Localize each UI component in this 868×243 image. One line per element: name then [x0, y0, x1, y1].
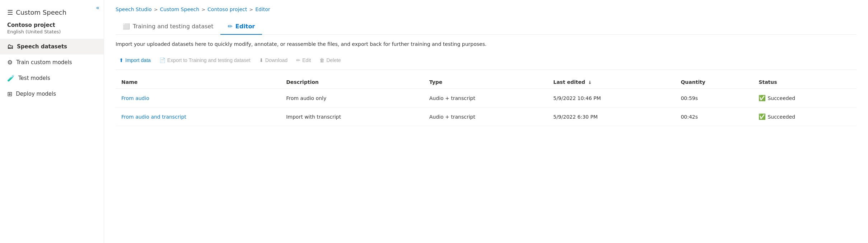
menu-icon: ☰	[7, 9, 13, 16]
export-button[interactable]: 📄 Export to Training and testing dataset	[156, 55, 254, 65]
sidebar-item-test-models[interactable]: 🧪 Test models	[0, 70, 104, 86]
test-models-icon: 🧪	[7, 75, 15, 82]
cell-type: Audio + transcript	[424, 89, 547, 108]
sidebar: « ☰ Custom Speech Contoso project Englis…	[0, 0, 104, 243]
deploy-models-icon: ⊞	[7, 90, 12, 97]
col-header-type: Type	[424, 76, 547, 89]
cell-quantity: 00:59s	[675, 89, 753, 108]
sidebar-item-speech-datasets[interactable]: 🗂 Speech datasets	[0, 39, 104, 54]
success-icon: ✅	[759, 113, 766, 120]
delete-icon: 🗑	[319, 57, 325, 63]
sort-icon: ↓	[588, 80, 592, 85]
sidebar-app-name: Custom Speech	[16, 9, 66, 16]
delete-button[interactable]: 🗑 Delete	[316, 55, 344, 65]
cell-description: Import with transcript	[280, 108, 424, 126]
speech-datasets-icon: 🗂	[7, 43, 13, 50]
success-icon: ✅	[759, 95, 766, 101]
sidebar-item-train-custom-models[interactable]: ⚙ Train custom models	[0, 54, 104, 70]
table-header-row: Name Description Type Last edited ↓ Quan…	[116, 76, 857, 89]
status-succeeded: ✅ Succeeded	[759, 113, 851, 120]
dataset-tab-icon: ⬜	[123, 23, 130, 30]
status-label: Succeeded	[767, 95, 795, 101]
download-label: Download	[265, 57, 288, 63]
breadcrumb: Speech Studio > Custom Speech > Contoso …	[116, 0, 857, 19]
row-name-link[interactable]: From audio and transcript	[121, 114, 186, 120]
export-label: Export to Training and testing dataset	[167, 57, 251, 63]
cell-status: ✅ Succeeded	[753, 108, 857, 126]
sidebar-item-deploy-models[interactable]: ⊞ Deploy models	[0, 86, 104, 102]
cell-description: From audio only	[280, 89, 424, 108]
tabs-row: ⬜ Training and testing dataset ✏ Editor	[116, 19, 857, 35]
status-label: Succeeded	[767, 114, 795, 120]
cell-name: From audio and transcript	[116, 108, 280, 126]
tab-editor[interactable]: ✏ Editor	[220, 19, 262, 35]
table-row: From audio and transcript Import with tr…	[116, 108, 857, 126]
import-data-label: Import data	[125, 57, 151, 63]
breadcrumb-sep-1: >	[154, 7, 158, 12]
import-data-button[interactable]: ⬆ Import data	[116, 55, 154, 65]
train-models-icon: ⚙	[7, 59, 13, 66]
cell-last-edited: 5/9/2022 10:46 PM	[547, 89, 675, 108]
tab-label: Training and testing dataset	[133, 23, 213, 30]
toolbar: ⬆ Import data 📄 Export to Training and t…	[116, 55, 857, 70]
cell-status: ✅ Succeeded	[753, 89, 857, 108]
sidebar-project-lang: English (United States)	[0, 29, 104, 39]
download-icon: ⬇	[259, 57, 263, 63]
sidebar-title: ☰ Custom Speech	[0, 4, 104, 22]
sidebar-item-label: Deploy models	[16, 91, 56, 97]
breadcrumb-speech-studio[interactable]: Speech Studio	[116, 6, 152, 12]
import-icon: ⬆	[119, 57, 123, 63]
sidebar-item-label: Train custom models	[16, 59, 72, 66]
cell-type: Audio + transcript	[424, 108, 547, 126]
breadcrumb-sep-3: >	[249, 7, 253, 12]
breadcrumb-custom-speech[interactable]: Custom Speech	[160, 6, 200, 12]
cell-name: From audio	[116, 89, 280, 108]
download-button[interactable]: ⬇ Download	[256, 55, 291, 65]
row-name-link[interactable]: From audio	[121, 95, 149, 101]
edit-label: Edit	[302, 57, 311, 63]
breadcrumb-contoso-project[interactable]: Contoso project	[207, 6, 247, 12]
col-header-status: Status	[753, 76, 857, 89]
edit-button[interactable]: ✏ Edit	[293, 55, 314, 65]
sidebar-project-name: Contoso project	[0, 22, 104, 29]
sidebar-item-label: Test models	[18, 75, 50, 81]
cell-quantity: 00:42s	[675, 108, 753, 126]
breadcrumb-editor[interactable]: Editor	[255, 6, 270, 12]
data-table: Name Description Type Last edited ↓ Quan…	[116, 76, 857, 126]
main-content: Speech Studio > Custom Speech > Contoso …	[104, 0, 868, 243]
description-text: Import your uploaded datasets here to qu…	[116, 40, 857, 48]
breadcrumb-sep-2: >	[201, 7, 205, 12]
col-header-name: Name	[116, 76, 280, 89]
col-header-quantity: Quantity	[675, 76, 753, 89]
status-succeeded: ✅ Succeeded	[759, 95, 851, 101]
delete-label: Delete	[326, 57, 341, 63]
edit-icon: ✏	[296, 57, 300, 63]
export-icon: 📄	[159, 57, 165, 63]
cell-last-edited: 5/9/2022 6:30 PM	[547, 108, 675, 126]
sidebar-item-label: Speech datasets	[17, 43, 67, 50]
table-row: From audio From audio only Audio + trans…	[116, 89, 857, 108]
editor-tab-icon: ✏	[228, 23, 232, 30]
collapse-icon[interactable]: «	[96, 4, 99, 11]
tab-training-testing-dataset[interactable]: ⬜ Training and testing dataset	[116, 19, 220, 35]
col-header-description: Description	[280, 76, 424, 89]
col-header-last-edited[interactable]: Last edited ↓	[547, 76, 675, 89]
tab-label: Editor	[235, 23, 255, 30]
